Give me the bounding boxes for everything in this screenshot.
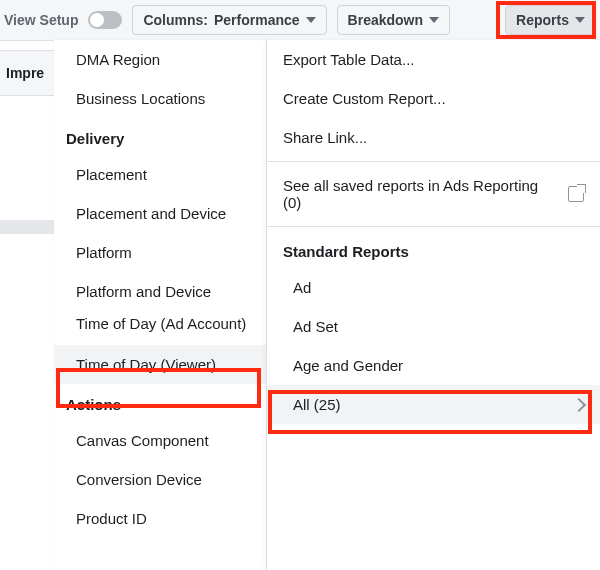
view-setup-toggle[interactable]: [88, 11, 122, 29]
reports-item[interactable]: Share Link...: [267, 118, 600, 157]
table-row-placeholder: [0, 220, 54, 234]
breakdown-group-header: Actions: [54, 384, 266, 421]
breakdown-item[interactable]: Conversion Device: [54, 460, 266, 499]
columns-button[interactable]: Columns: Performance: [132, 5, 326, 35]
reports-dropdown: Export Table Data...Create Custom Report…: [266, 40, 600, 570]
column-header-impressions[interactable]: Impre: [0, 50, 61, 96]
breakdown-item[interactable]: Business Locations: [54, 79, 266, 118]
external-link-icon: [568, 186, 584, 202]
reports-item[interactable]: Export Table Data...: [267, 40, 600, 79]
toggle-knob: [90, 13, 104, 27]
reports-button[interactable]: Reports: [505, 5, 596, 35]
standard-reports-header: Standard Reports: [267, 231, 600, 268]
breakdown-item[interactable]: Placement: [54, 155, 266, 194]
breakdown-item[interactable]: Platform and Device: [54, 272, 266, 311]
breakdown-item[interactable]: Placement and Device: [54, 194, 266, 233]
breakdown-item[interactable]: Product ID: [54, 499, 266, 538]
breakdown-group-header: Delivery: [54, 118, 266, 155]
breakdown-dropdown: DMA RegionBusiness LocationsDeliveryPlac…: [54, 40, 267, 570]
chevron-down-icon: [575, 17, 585, 23]
separator: [267, 226, 600, 227]
breakdown-item[interactable]: Time of Day (Viewer): [54, 345, 266, 384]
chevron-right-icon: [572, 397, 586, 411]
breakdown-item[interactable]: Time of Day (Ad Account): [54, 311, 266, 345]
breakdown-item[interactable]: DMA Region: [54, 40, 266, 79]
standard-report-item[interactable]: Ad Set: [267, 307, 600, 346]
chevron-down-icon: [429, 17, 439, 23]
standard-report-item[interactable]: Ad: [267, 268, 600, 307]
breakdown-button[interactable]: Breakdown: [337, 5, 450, 35]
standard-report-all[interactable]: All (25): [267, 385, 600, 424]
breakdown-item[interactable]: Canvas Component: [54, 421, 266, 460]
separator: [267, 161, 600, 162]
chevron-down-icon: [306, 17, 316, 23]
standard-report-item[interactable]: Age and Gender: [267, 346, 600, 385]
breakdown-item[interactable]: Platform: [54, 233, 266, 272]
view-setup-label: View Setup: [4, 12, 78, 28]
reports-item[interactable]: Create Custom Report...: [267, 79, 600, 118]
reports-saved-link[interactable]: See all saved reports in Ads Reporting (…: [267, 166, 600, 222]
toolbar: View Setup Columns: Performance Breakdow…: [0, 0, 600, 41]
